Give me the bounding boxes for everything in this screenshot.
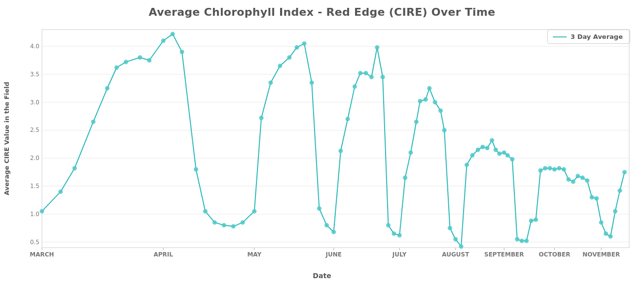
svg-point-90 — [480, 145, 485, 149]
svg-point-101 — [529, 219, 534, 223]
svg-point-76 — [408, 150, 413, 155]
svg-point-118 — [608, 234, 613, 239]
svg-point-44 — [161, 38, 166, 43]
svg-point-66 — [353, 84, 357, 89]
svg-point-36 — [58, 190, 63, 194]
svg-point-83 — [442, 128, 447, 132]
svg-point-52 — [241, 220, 245, 224]
svg-point-91 — [485, 146, 490, 150]
svg-point-98 — [515, 237, 519, 241]
svg-point-120 — [618, 189, 622, 193]
svg-text:NOVEMBER: NOVEMBER — [582, 251, 620, 258]
svg-point-41 — [124, 60, 128, 64]
svg-point-89 — [476, 148, 480, 152]
svg-point-50 — [222, 223, 226, 227]
svg-point-111 — [575, 174, 580, 178]
svg-point-63 — [331, 230, 336, 234]
svg-point-56 — [278, 64, 282, 68]
svg-point-70 — [375, 45, 379, 50]
svg-point-64 — [338, 149, 343, 153]
svg-point-84 — [448, 226, 452, 230]
svg-point-102 — [534, 218, 538, 222]
svg-point-121 — [622, 170, 627, 174]
svg-text:JULY: JULY — [392, 251, 407, 258]
svg-point-115 — [594, 196, 599, 201]
svg-text:MAY: MAY — [247, 251, 261, 258]
svg-point-110 — [571, 179, 575, 184]
svg-text:SEPTEMBER: SEPTEMBER — [484, 251, 524, 258]
svg-point-73 — [392, 231, 396, 236]
svg-text:Average CIRE Value in the Fiel: Average CIRE Value in the Field — [3, 82, 10, 195]
svg-point-97 — [510, 157, 514, 161]
svg-point-37 — [72, 166, 77, 170]
svg-point-54 — [259, 116, 263, 120]
svg-point-96 — [505, 153, 510, 158]
svg-point-95 — [502, 150, 506, 155]
svg-point-93 — [494, 148, 498, 152]
svg-point-55 — [268, 80, 273, 85]
svg-point-75 — [403, 176, 407, 180]
svg-point-68 — [364, 71, 368, 75]
svg-point-59 — [302, 41, 307, 46]
svg-point-106 — [552, 167, 557, 171]
svg-point-78 — [418, 99, 422, 103]
svg-point-92 — [490, 138, 494, 142]
svg-point-79 — [424, 97, 428, 101]
svg-point-48 — [203, 209, 208, 214]
svg-point-47 — [194, 167, 198, 171]
svg-point-109 — [566, 177, 571, 182]
svg-point-40 — [114, 65, 119, 70]
svg-point-88 — [470, 153, 474, 158]
svg-point-42 — [138, 55, 142, 60]
svg-point-77 — [414, 120, 419, 124]
svg-point-113 — [585, 178, 589, 183]
svg-point-105 — [548, 166, 552, 170]
svg-point-82 — [438, 108, 443, 113]
svg-point-67 — [358, 71, 362, 75]
svg-text:OCTOBER: OCTOBER — [539, 251, 571, 258]
svg-text:JUNE: JUNE — [325, 251, 341, 258]
svg-point-46 — [180, 50, 184, 54]
main-chart-svg: 0.51.01.52.02.53.03.54.0MARCHAPRILMAYJUN… — [37, 27, 634, 250]
svg-point-100 — [524, 239, 529, 243]
svg-point-60 — [310, 80, 314, 85]
svg-point-39 — [105, 86, 109, 91]
svg-point-108 — [562, 167, 566, 171]
svg-point-49 — [213, 220, 217, 224]
svg-point-43 — [147, 58, 151, 63]
svg-point-114 — [590, 195, 594, 199]
svg-point-45 — [171, 32, 175, 36]
svg-point-94 — [497, 152, 501, 156]
svg-point-51 — [231, 224, 236, 228]
svg-point-103 — [538, 168, 543, 173]
svg-point-86 — [459, 244, 464, 249]
svg-text:MARCH: MARCH — [30, 251, 54, 258]
x-axis-label: Date — [313, 272, 331, 280]
svg-point-53 — [252, 209, 256, 214]
svg-point-72 — [386, 223, 391, 227]
svg-point-80 — [427, 86, 431, 91]
svg-point-38 — [91, 120, 96, 124]
chart-title: Average Chlorophyll Index - Red Edge (CI… — [0, 0, 644, 18]
svg-point-65 — [346, 117, 350, 121]
svg-point-87 — [465, 162, 469, 167]
svg-point-61 — [317, 206, 322, 211]
svg-point-62 — [324, 223, 329, 227]
svg-point-112 — [580, 176, 585, 180]
svg-point-116 — [599, 220, 604, 224]
svg-point-107 — [557, 166, 561, 170]
svg-point-119 — [613, 209, 617, 214]
svg-point-69 — [369, 75, 374, 79]
svg-point-74 — [397, 233, 402, 238]
svg-point-117 — [604, 231, 608, 236]
svg-text:AUGUST: AUGUST — [442, 251, 469, 258]
svg-text:APRIL: APRIL — [153, 251, 173, 258]
svg-point-85 — [453, 237, 458, 241]
svg-point-35 — [40, 209, 44, 214]
svg-point-58 — [294, 45, 299, 50]
svg-point-81 — [433, 100, 437, 104]
svg-point-71 — [381, 75, 385, 79]
chart-container: Average Chlorophyll Index - Red Edge (CI… — [0, 0, 644, 287]
svg-point-104 — [543, 166, 547, 170]
svg-point-57 — [287, 55, 291, 60]
